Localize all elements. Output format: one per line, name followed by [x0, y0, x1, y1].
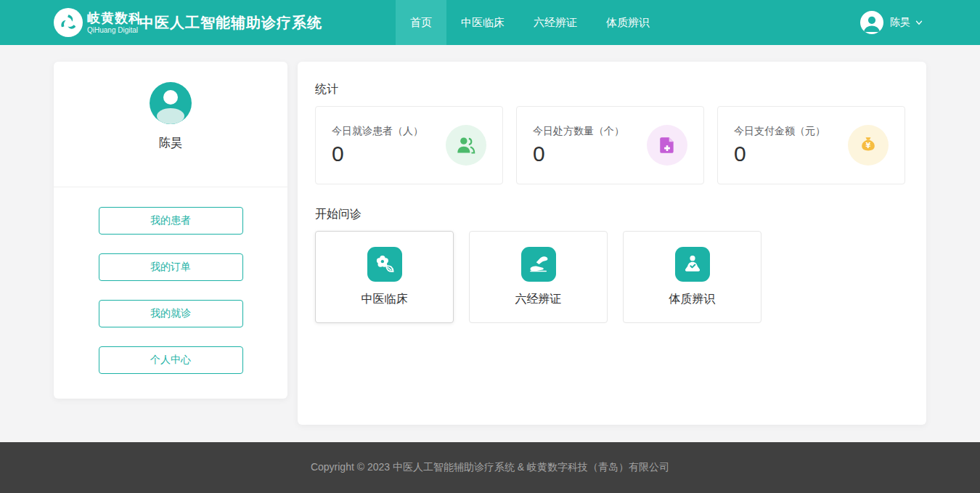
profile-card: 陈昊 我的患者 我的订单 我的就诊 个人中心	[54, 62, 287, 399]
app-window: 岐黄数科 QiHuang Digital 中医人工智能辅助诊疗系统 首页 中医临…	[0, 0, 980, 493]
stat-label: 今日就诊患者（人）	[332, 125, 423, 138]
herb-flower-icon	[367, 247, 402, 282]
chevron-down-icon	[915, 18, 923, 27]
tab-constitution[interactable]: 体质辨识	[592, 0, 664, 45]
pulse-hands-icon	[521, 247, 556, 282]
brand-logo: 岐黄数科 QiHuang Digital	[54, 0, 142, 45]
stat-info: 今日就诊患者（人） 0	[332, 125, 423, 166]
consult-card-constitution[interactable]: 体质辨识	[623, 231, 761, 323]
brand-subtitle: QiHuang Digital	[87, 26, 142, 35]
svg-text:¥: ¥	[866, 142, 871, 150]
stat-label: 今日支付金额（元）	[734, 125, 825, 138]
consult-card-tcm-clinical[interactable]: 中医临床	[315, 231, 454, 323]
stat-value: 0	[332, 142, 423, 166]
app-title: 中医人工智能辅助诊疗系统	[139, 0, 322, 45]
main-panel: 统计 今日就诊患者（人） 0 今日处方数量（	[298, 62, 926, 425]
stat-card-patients: 今日就诊患者（人） 0	[315, 106, 503, 184]
tab-six-meridians[interactable]: 六经辨证	[519, 0, 592, 45]
brand-name: 岐黄数科	[87, 11, 142, 26]
meditation-icon	[675, 247, 710, 282]
copyright-text: Copyright © 2023 中医人工智能辅助诊疗系统 & 岐黄数字科技（青…	[311, 461, 669, 474]
profile-section: 陈昊	[54, 62, 287, 151]
sidebar-button-my-orders[interactable]: 我的订单	[99, 253, 243, 281]
consult-card-six-meridians[interactable]: 六经辨证	[469, 231, 608, 323]
user-name: 陈昊	[890, 16, 910, 29]
tab-home[interactable]: 首页	[396, 0, 446, 45]
stat-info: 今日支付金额（元） 0	[734, 125, 825, 166]
sidebar-button-personal-center[interactable]: 个人中心	[99, 346, 243, 374]
tab-tcm-clinical[interactable]: 中医临床	[446, 0, 519, 45]
stat-label: 今日处方数量（个）	[533, 125, 624, 138]
stats-row: 今日就诊患者（人） 0 今日处方数量（个） 0	[315, 106, 909, 184]
brand-logo-icon	[54, 8, 83, 37]
sidebar-button-my-patients[interactable]: 我的患者	[99, 207, 243, 235]
stat-info: 今日处方数量（个） 0	[533, 125, 624, 166]
prescription-icon	[647, 125, 687, 166]
stat-card-payments: 今日支付金额（元） 0 ¥	[717, 106, 905, 184]
brand-text: 岐黄数科 QiHuang Digital	[87, 11, 142, 34]
consult-section-title: 开始问诊	[315, 207, 909, 222]
profile-name: 陈昊	[54, 136, 287, 151]
stat-card-prescriptions: 今日处方数量（个） 0	[516, 106, 704, 184]
stats-section-title: 统计	[315, 82, 909, 97]
sidebar-button-my-visits[interactable]: 我的就诊	[99, 300, 243, 327]
consult-row: 中医临床 六经辨证	[315, 231, 909, 323]
user-menu[interactable]: 陈昊	[860, 0, 923, 45]
nav-tabs: 首页 中医临床 六经辨证 体质辨识	[396, 0, 664, 45]
footer: Copyright © 2023 中医人工智能辅助诊疗系统 & 岐黄数字科技（青…	[0, 442, 980, 493]
user-avatar-icon	[860, 11, 883, 34]
stat-value: 0	[734, 142, 825, 166]
stat-value: 0	[533, 142, 624, 166]
money-bag-icon: ¥	[848, 125, 889, 166]
profile-avatar-icon	[150, 82, 192, 124]
consult-card-label: 体质辨识	[669, 292, 716, 307]
sidebar-buttons: 我的患者 我的订单 我的就诊 个人中心	[54, 187, 287, 393]
consult-card-label: 中医临床	[362, 292, 408, 307]
app-header: 岐黄数科 QiHuang Digital 中医人工智能辅助诊疗系统 首页 中医临…	[0, 0, 980, 45]
consult-card-label: 六经辨证	[515, 292, 562, 307]
users-icon	[446, 125, 486, 166]
